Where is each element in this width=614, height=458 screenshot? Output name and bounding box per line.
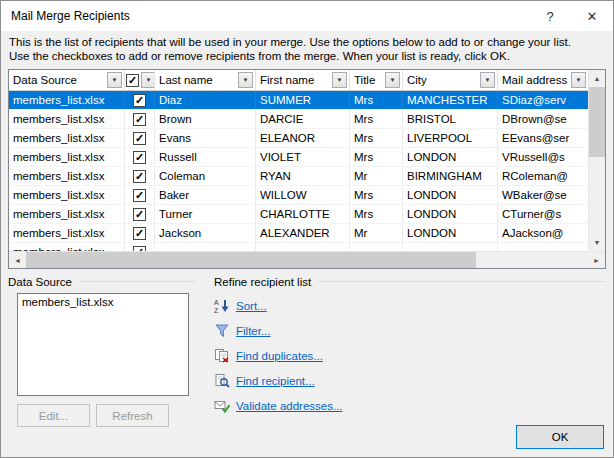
cell-mail-address: [498, 243, 588, 251]
cell-city: BIRMINGHAM: [403, 167, 498, 185]
filter-icon: [214, 323, 230, 339]
close-button[interactable]: ✕: [571, 1, 613, 31]
check-icon: ✓: [128, 75, 137, 85]
cell-city: BRISTOL: [403, 110, 498, 128]
cell-mail-address: AJackson@: [498, 224, 588, 242]
cell-data-source: members_list.xlsx: [9, 224, 125, 242]
horizontal-scrollbar-thumb[interactable]: [26, 252, 476, 268]
table-row[interactable]: members_list.xlsx ✓ Jackson ALEXANDER Mr…: [9, 224, 588, 243]
scroll-left-icon[interactable]: ◄: [9, 252, 26, 268]
cell-first-name: SUMMER: [256, 91, 350, 109]
cell-last-name: Brown: [155, 110, 256, 128]
table-row[interactable]: members_list.xlsx ✓ Russell VIOLET Mrs L…: [9, 148, 588, 167]
help-button[interactable]: ?: [529, 1, 571, 31]
sort-link[interactable]: Sort...: [236, 300, 267, 312]
check-icon: ✓: [135, 133, 144, 143]
cell-checkbox: ✓: [125, 243, 155, 251]
table-row[interactable]: members_list.xlsx ✓ Baker WILLOW Mrs LON…: [9, 186, 588, 205]
scroll-up-icon[interactable]: ▲: [589, 70, 605, 87]
cell-title: Mr: [350, 167, 403, 185]
vertical-scrollbar-track[interactable]: [589, 157, 605, 234]
cell-city: LONDON: [403, 186, 498, 204]
filter-link[interactable]: Filter...: [236, 325, 271, 337]
cell-checkbox: ✓: [125, 110, 155, 128]
list-item[interactable]: members_list.xlsx: [19, 295, 187, 309]
vertical-scrollbar[interactable]: ▲ ▼: [588, 70, 605, 251]
row-checkbox[interactable]: ✓: [133, 94, 146, 107]
cell-first-name: ELEANOR: [256, 129, 350, 147]
select-all-checkbox[interactable]: ✓: [126, 74, 139, 87]
cell-last-name: Baker: [155, 186, 256, 204]
cell-last-name: [155, 243, 256, 251]
edit-button[interactable]: Edit...: [17, 404, 90, 427]
refine-list-label: Refine recipient list: [214, 274, 606, 289]
cell-city: LONDON: [403, 205, 498, 223]
cell-first-name: ALEXANDER: [256, 224, 350, 242]
cell-first-name: CHARLOTTE: [256, 205, 350, 223]
row-checkbox[interactable]: ✓: [133, 208, 146, 221]
cell-mail-address: EEvans@ser: [498, 129, 588, 147]
dropdown-arrow-icon[interactable]: ▼: [238, 72, 253, 88]
dropdown-arrow-icon[interactable]: ▼: [571, 72, 586, 88]
row-checkbox[interactable]: ✓: [133, 227, 146, 240]
check-icon: ✓: [135, 209, 144, 219]
column-header-last-name[interactable]: Last name ▼: [155, 70, 256, 90]
cell-checkbox: ✓: [125, 91, 155, 109]
find-duplicates-link[interactable]: Find duplicates...: [236, 350, 323, 362]
cell-data-source: members_list.xlsx: [9, 243, 125, 251]
check-icon: ✓: [135, 114, 144, 124]
column-header-data-source[interactable]: Data Source ▼: [9, 70, 125, 90]
table-row[interactable]: members_list.xlsx ✓ Diaz SUMMER Mrs MANC…: [9, 91, 588, 110]
row-checkbox[interactable]: ✓: [133, 189, 146, 202]
cell-mail-address: CTurner@s: [498, 205, 588, 223]
row-checkbox[interactable]: ✓: [133, 132, 146, 145]
mail-merge-recipients-dialog: Mail Merge Recipients ? ✕ This is the li…: [0, 0, 614, 458]
cell-city: LONDON: [403, 148, 498, 166]
column-label: Title: [354, 74, 383, 86]
cell-title: Mrs: [350, 110, 403, 128]
scroll-right-icon[interactable]: ►: [588, 252, 605, 268]
table-row[interactable]: members_list.xlsx ✓ Evans ELEANOR Mrs LI…: [9, 129, 588, 148]
find-recipient-link[interactable]: Find recipient...: [236, 375, 315, 387]
cell-mail-address: RColeman@: [498, 167, 588, 185]
column-label: Mail address: [502, 74, 569, 86]
column-header-checkbox[interactable]: ✓ ▼: [125, 70, 155, 90]
table-row[interactable]: members_list.xlsx ✓: [9, 243, 588, 251]
table-row[interactable]: members_list.xlsx ✓ Brown DARCIE Mrs BRI…: [9, 110, 588, 129]
column-header-mail-address[interactable]: Mail address ▼: [498, 70, 588, 90]
row-checkbox[interactable]: ✓: [133, 170, 146, 183]
cell-title: Mrs: [350, 205, 403, 223]
column-header-first-name[interactable]: First name ▼: [256, 70, 350, 90]
vertical-scrollbar-thumb[interactable]: [589, 87, 605, 157]
dropdown-arrow-icon[interactable]: ▼: [107, 72, 122, 88]
dropdown-arrow-icon[interactable]: ▼: [332, 72, 347, 88]
table-row[interactable]: members_list.xlsx ✓ Coleman RYAN Mr BIRM…: [9, 167, 588, 186]
validate-addresses-link[interactable]: Validate addresses...: [236, 400, 343, 412]
cell-mail-address: DBrown@se: [498, 110, 588, 128]
cell-title: Mrs: [350, 129, 403, 147]
cell-checkbox: ✓: [125, 167, 155, 185]
grid-header: Data Source ▼ ✓ ▼ Last name ▼ First name…: [9, 70, 588, 91]
check-icon: ✓: [135, 152, 144, 162]
dropdown-arrow-icon[interactable]: ▼: [385, 72, 400, 88]
scroll-down-icon[interactable]: ▼: [589, 234, 605, 251]
cell-last-name: Russell: [155, 148, 256, 166]
column-header-city[interactable]: City ▼: [403, 70, 498, 90]
row-checkbox[interactable]: ✓: [133, 113, 146, 126]
row-checkbox[interactable]: ✓: [133, 151, 146, 164]
svg-text:Z: Z: [214, 307, 219, 314]
data-source-listbox[interactable]: members_list.xlsx: [17, 293, 189, 396]
ok-button[interactable]: OK: [516, 425, 604, 449]
cell-title: [350, 243, 403, 251]
horizontal-scrollbar-track[interactable]: [476, 252, 588, 268]
cell-title: Mrs: [350, 148, 403, 166]
column-header-title[interactable]: Title ▼: [350, 70, 403, 90]
table-row[interactable]: members_list.xlsx ✓ Turner CHARLOTTE Mrs…: [9, 205, 588, 224]
refresh-button[interactable]: Refresh: [96, 404, 169, 427]
cell-data-source: members_list.xlsx: [9, 110, 125, 128]
dropdown-arrow-icon[interactable]: ▼: [480, 72, 495, 88]
description-line-2: Use the checkboxes to add or remove reci…: [9, 49, 605, 63]
horizontal-scrollbar[interactable]: ◄ ►: [9, 251, 605, 268]
dropdown-arrow-icon[interactable]: ▼: [141, 72, 155, 88]
cell-city: [403, 243, 498, 251]
